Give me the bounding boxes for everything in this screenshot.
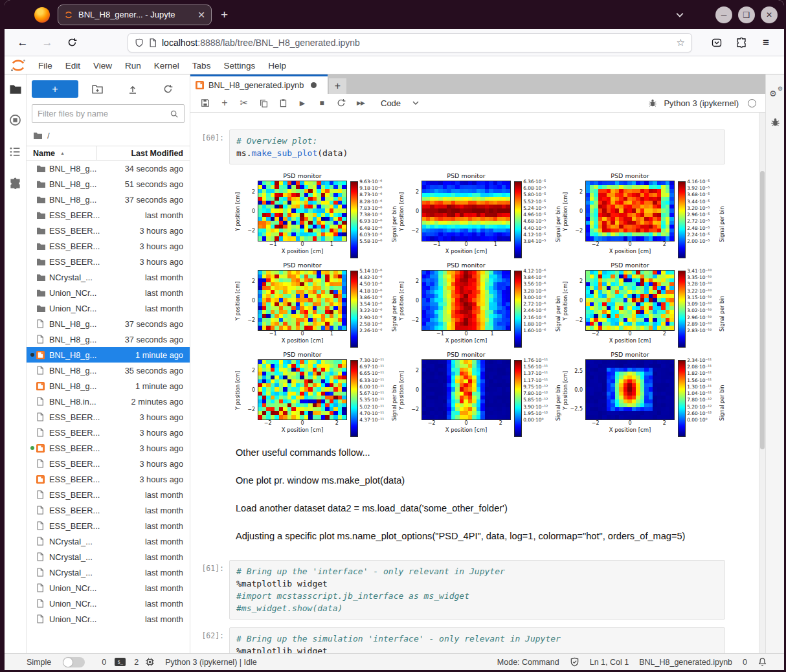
column-modified-header[interactable]: Last Modified xyxy=(96,146,190,160)
file-row[interactable]: BNL_H8_g...1 minute ago xyxy=(27,347,190,363)
statusbar-filename[interactable]: BNL_H8_generated.ipynb xyxy=(639,658,732,667)
copy-cell-button[interactable] xyxy=(255,95,272,111)
file-row[interactable]: ESS_BEER...3 hours ago xyxy=(27,409,190,425)
save-button[interactable] xyxy=(197,95,214,111)
file-row[interactable]: BNL_H8.in...2 minutes ago xyxy=(27,394,190,409)
menu-hamburger-icon[interactable]: ≡ xyxy=(757,34,775,52)
menu-tabs[interactable]: Tabs xyxy=(186,61,218,71)
simple-mode-toggle[interactable] xyxy=(63,657,85,667)
extension-manager-icon[interactable] xyxy=(9,177,21,190)
cell-type-select[interactable]: Code xyxy=(381,98,419,108)
terminal-icon[interactable]: $_ xyxy=(115,658,126,666)
file-row[interactable]: Union_NCr...last month xyxy=(27,580,190,596)
restart-kernel-button[interactable] xyxy=(333,95,350,111)
cell-editor[interactable]: # Bring up the 'interface' - only releva… xyxy=(229,560,725,620)
table-of-contents-icon[interactable] xyxy=(9,146,21,158)
filter-files-input[interactable] xyxy=(38,109,166,118)
bell-icon[interactable] xyxy=(758,657,767,667)
file-row[interactable]: ESS_BEER...3 hours ago xyxy=(27,254,190,269)
code-cell[interactable]: [62]:# Bring up the simulation 'interfac… xyxy=(197,627,755,653)
tab-list-chevron-icon[interactable] xyxy=(676,12,684,17)
file-row[interactable]: ESS_BEER...3 hours ago xyxy=(27,223,190,238)
forward-button[interactable]: → xyxy=(38,34,56,52)
cursor-position[interactable]: Ln 1, Col 1 xyxy=(590,658,629,667)
debugger-bug-icon[interactable] xyxy=(644,95,661,111)
file-browser-tab-icon[interactable] xyxy=(9,84,22,95)
new-document-tab-button[interactable]: + xyxy=(329,78,346,94)
url-text[interactable]: localhost:8888/lab/tree/BNL_H8_generated… xyxy=(162,38,671,48)
file-row[interactable]: ESS_BEER...3 hours ago xyxy=(27,238,190,254)
tab-close-icon[interactable]: ✕ xyxy=(197,10,205,20)
markdown-cell[interactable]: Other useful commands follow...One plot … xyxy=(234,443,755,560)
menu-run[interactable]: Run xyxy=(118,61,148,71)
file-row[interactable]: Union_NCr...last month xyxy=(27,285,190,300)
file-row[interactable]: BNL_H8_g...1 minute ago xyxy=(27,378,190,394)
kernel-status-text[interactable]: Python 3 (ipykernel) | Idle xyxy=(165,658,257,667)
reload-button[interactable] xyxy=(63,34,81,52)
file-row[interactable]: BNL_H8_g...37 seconds ago xyxy=(27,331,190,347)
kernel-status-icon[interactable] xyxy=(748,99,756,107)
file-row[interactable]: NCrystal_...last month xyxy=(27,269,190,285)
browser-tab[interactable]: BNL_H8_gener... - Jupyte ✕ xyxy=(58,5,212,25)
upload-button[interactable] xyxy=(117,84,150,95)
firefox-logo-icon[interactable] xyxy=(34,7,50,23)
url-bar[interactable]: localhost:8888/lab/tree/BNL_H8_generated… xyxy=(128,33,692,52)
menu-kernel[interactable]: Kernel xyxy=(148,61,186,71)
file-row[interactable]: ESS_BEER...3 hours ago xyxy=(27,440,190,456)
menu-help[interactable]: Help xyxy=(262,61,293,71)
kernel-name-label[interactable]: Python 3 (ipykernel) xyxy=(664,98,739,108)
file-row[interactable]: BNL_H8_g...35 seconds ago xyxy=(27,363,190,378)
new-folder-button[interactable] xyxy=(81,84,114,94)
code-cell[interactable]: [61]:# Bring up the 'interface' - only r… xyxy=(197,560,755,620)
scrollbar-thumb[interactable] xyxy=(760,171,765,449)
insert-cell-button[interactable]: + xyxy=(216,95,233,111)
command-mode-indicator[interactable]: Mode: Command xyxy=(497,658,559,667)
new-tab-button[interactable]: + xyxy=(221,8,228,22)
notifications-count[interactable]: 0 xyxy=(743,658,747,667)
minimize-button[interactable]: ─ xyxy=(715,6,732,23)
file-row[interactable]: BNL_H8_g...37 seconds ago xyxy=(27,316,190,331)
shield-icon[interactable] xyxy=(135,38,144,47)
file-row[interactable]: ESS_BEER...3 hours ago xyxy=(27,471,190,487)
file-row[interactable]: ESS_BEER...last month xyxy=(27,487,190,502)
new-launcher-button[interactable]: + xyxy=(32,80,78,98)
code-cell[interactable]: [60]:# Overview plot:ms.make_sub_plot(da… xyxy=(197,129,755,164)
debugger-panel-icon[interactable] xyxy=(770,117,780,127)
restart-run-all-button[interactable]: ▶▶ xyxy=(352,95,369,111)
file-row[interactable]: NCrystal_...last month xyxy=(27,549,190,565)
file-row[interactable]: NCrystal_...last month xyxy=(27,533,190,549)
column-name-header[interactable]: Name▲ xyxy=(27,149,96,158)
cell-editor[interactable]: # Bring up the simulation 'interface' - … xyxy=(229,627,725,653)
file-row[interactable]: Union_NCr...last month xyxy=(27,300,190,316)
notebook-tab[interactable]: BNL_H8_generated.ipynb xyxy=(190,74,328,94)
maximize-button[interactable]: ❑ xyxy=(738,6,755,23)
refresh-file-list-button[interactable] xyxy=(152,84,185,94)
notebook-scrollbar[interactable] xyxy=(759,113,765,653)
close-button[interactable]: ✕ xyxy=(761,6,778,23)
unsaved-changes-dot[interactable] xyxy=(311,82,317,88)
running-sessions-icon[interactable] xyxy=(9,114,21,126)
file-row[interactable]: BNL_H8_g...37 seconds ago xyxy=(27,192,190,207)
menu-view[interactable]: View xyxy=(87,61,118,71)
extensions-puzzle-icon[interactable] xyxy=(732,34,750,52)
file-row[interactable]: BNL_H8_g...34 seconds ago xyxy=(27,161,190,176)
file-row[interactable]: Union_NCr...last month xyxy=(27,596,190,611)
cut-cell-button[interactable]: ✂ xyxy=(236,95,253,111)
file-row[interactable]: ESS_BEER...3 hours ago xyxy=(27,425,190,440)
cell-editor[interactable]: # Overview plot:ms.make_sub_plot(data) xyxy=(229,129,725,164)
back-button[interactable]: ← xyxy=(14,34,32,52)
paste-cell-button[interactable] xyxy=(275,95,291,111)
file-row[interactable]: ESS_BEER...last month xyxy=(27,518,190,533)
file-row[interactable]: Union_NCr...last month xyxy=(27,611,190,627)
menu-edit[interactable]: Edit xyxy=(59,61,87,71)
file-row[interactable]: NCrystal_...last month xyxy=(27,565,190,580)
kernel-chip-icon[interactable] xyxy=(145,657,155,667)
interrupt-kernel-button[interactable]: ■ xyxy=(313,95,330,111)
file-row[interactable]: ESS_BEER...last month xyxy=(27,502,190,518)
run-cell-button[interactable]: ▶ xyxy=(294,95,311,111)
file-row[interactable]: ESS_BEER...3 hours ago xyxy=(27,456,190,471)
breadcrumb[interactable]: / xyxy=(27,126,190,146)
breadcrumb-root[interactable]: / xyxy=(47,131,50,140)
property-inspector-icon[interactable]: ⚙⚙ xyxy=(769,89,781,100)
file-row[interactable]: ESS_BEER...last month xyxy=(27,207,190,223)
